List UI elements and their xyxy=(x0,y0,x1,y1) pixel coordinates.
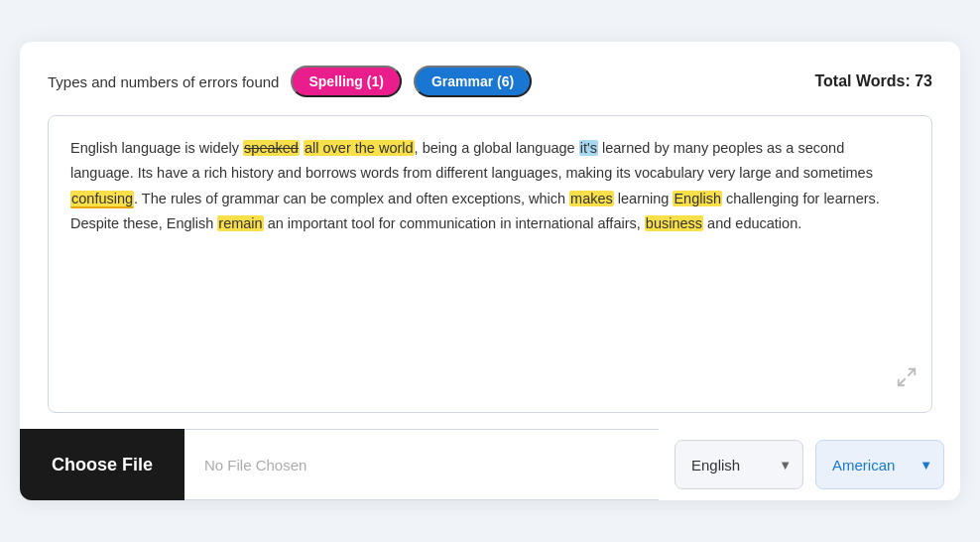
error-its: it's xyxy=(579,140,598,156)
dialect-select-wrapper: American British Australian ▼ xyxy=(815,440,944,489)
svg-line-0 xyxy=(909,368,915,374)
text-paragraph: English language is widely speaked all o… xyxy=(70,136,910,237)
file-name-display: No File Chosen xyxy=(184,429,659,500)
text-resize-icon xyxy=(896,362,918,401)
spelling-badge[interactable]: Spelling (1) xyxy=(291,66,401,97)
header-left: Types and numbers of errors found Spelli… xyxy=(48,66,532,97)
header-title: Types and numbers of errors found xyxy=(48,73,279,90)
grammar-badge[interactable]: Grammar (6) xyxy=(414,66,532,97)
error-all-over-the-world: all over the world xyxy=(304,140,415,156)
main-container: Types and numbers of errors found Spelli… xyxy=(20,42,960,500)
dialect-select[interactable]: American British Australian xyxy=(815,440,944,489)
language-select-wrapper: English French Spanish German ▼ xyxy=(674,440,803,489)
error-speaked: speaked xyxy=(243,140,300,156)
error-english: English xyxy=(673,191,722,206)
error-remain: remain xyxy=(217,215,263,231)
error-business: business xyxy=(645,215,703,231)
language-select[interactable]: English French Spanish German xyxy=(674,440,803,489)
dropdowns-container: English French Spanish German ▼ American… xyxy=(659,429,960,500)
error-makes: makes xyxy=(569,191,614,206)
total-words: Total Words: 73 xyxy=(814,72,932,90)
choose-file-button[interactable]: Choose File xyxy=(20,429,184,500)
text-display-area: English language is widely speaked all o… xyxy=(48,115,932,413)
error-confusing: confusing xyxy=(70,191,134,208)
svg-line-1 xyxy=(899,378,905,384)
header: Types and numbers of errors found Spelli… xyxy=(48,66,932,97)
footer: Choose File No File Chosen English Frenc… xyxy=(20,429,960,500)
